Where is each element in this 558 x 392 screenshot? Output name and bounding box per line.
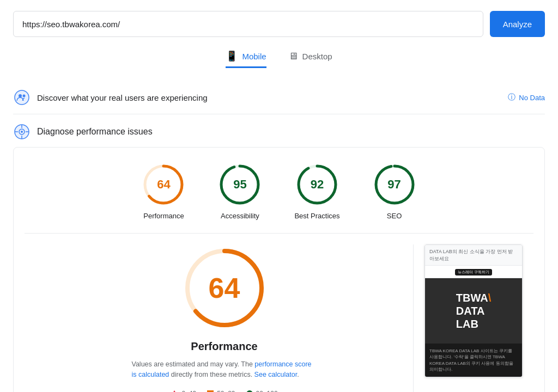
score-label-best-practices: Best Practices [294, 212, 339, 220]
analyze-button[interactable]: Analyze [490, 11, 545, 37]
average-icon [207, 390, 214, 393]
scores-row: 64 Performance 95 Accessibility [25, 163, 533, 234]
legend-average-label: 50–89 [217, 390, 235, 393]
score-description: Values are estimated and may vary. The p… [132, 359, 317, 380]
score-circle-accessibility: 95 [218, 163, 262, 206]
url-input[interactable]: https://seo.tbwakorea.com/ [13, 11, 483, 37]
thumb-cookie-btn[interactable]: 뉴스레터 구독하기 [455, 269, 492, 275]
svg-point-1 [19, 94, 22, 97]
thumb-cookie-bar: 뉴스레터 구독하기 [425, 266, 522, 278]
score-number-seo: 97 [387, 177, 401, 192]
legend-average: 50–89 [207, 390, 235, 393]
legend-pass: 90–100 [246, 390, 278, 393]
big-score-number: 64 [209, 272, 240, 304]
score-card: 64 Performance 95 Accessibility [13, 147, 545, 392]
logo-line3: LAB [456, 317, 491, 330]
tab-mobile-label: Mobile [242, 52, 266, 61]
calculator-link[interactable]: See calculator [254, 371, 298, 378]
thumb-header: DATA LAB의 최신 소식을 가장 먼저 받아보세요 [425, 245, 522, 266]
real-users-left: Discover what your real users are experi… [13, 89, 208, 106]
tab-desktop[interactable]: 🖥 Desktop [288, 50, 332, 68]
big-score-circle: 64 [181, 244, 268, 332]
mobile-icon: 📱 [226, 50, 238, 62]
no-data-link[interactable]: ⓘ No Data [508, 93, 545, 102]
tab-desktop-label: Desktop [302, 52, 332, 61]
big-score-title: Performance [191, 340, 257, 353]
users-icon [13, 89, 31, 106]
real-users-title: Discover what your real users are experi… [37, 93, 208, 102]
score-label-accessibility: Accessibility [221, 212, 259, 220]
legend-row: 0–49 50–89 90–100 [171, 390, 277, 393]
svg-point-5 [21, 131, 23, 133]
score-number-accessibility: 95 [233, 177, 246, 192]
diagnose-icon [13, 123, 31, 140]
score-item-performance[interactable]: 64 Performance [142, 163, 185, 220]
thumb-logo: TBWA\ DATA LAB [456, 291, 491, 330]
score-item-accessibility[interactable]: 95 Accessibility [218, 163, 262, 220]
tabs-row: 📱 Mobile 🖥 Desktop [13, 50, 545, 68]
score-number-best-practices: 92 [311, 177, 324, 192]
logo-line2: DATA [456, 304, 491, 317]
detail-section: 64 Performance Values are estimated and … [25, 234, 533, 392]
score-circle-performance: 64 [142, 163, 185, 206]
desc-end: . [297, 371, 299, 378]
legend-pass-label: 90–100 [256, 390, 278, 393]
desc-start: Values are estimated and may vary. The [132, 360, 255, 368]
diagnose-section-header: Diagnose performance issues [13, 114, 545, 147]
desc-middle: directly from these metrics. [169, 371, 254, 378]
site-thumbnail: DATA LAB의 최신 소식을 가장 먼저 받아보세요 뉴스레터 구독하기 T… [424, 244, 523, 377]
desktop-icon: 🖥 [288, 51, 298, 62]
tab-mobile[interactable]: 📱 Mobile [226, 50, 266, 68]
detail-right: DATA LAB의 최신 소식을 가장 먼저 받아보세요 뉴스레터 구독하기 T… [414, 244, 533, 392]
no-data-info-icon: ⓘ [508, 93, 515, 102]
score-item-best-practices[interactable]: 92 Best Practices [294, 163, 339, 220]
legend-fail-label: 0–49 [181, 390, 196, 393]
score-circle-seo: 97 [373, 163, 416, 206]
score-number-performance: 64 [157, 177, 170, 192]
pass-icon [246, 390, 253, 393]
real-users-section: Discover what your real users are experi… [13, 81, 545, 114]
no-data-label: No Data [519, 94, 545, 102]
logo-line1: TBWA\ [456, 291, 491, 304]
svg-point-2 [23, 95, 26, 97]
diagnose-title: Diagnose performance issues [37, 127, 153, 137]
thumb-body: TBWA\ DATA LAB [425, 278, 522, 344]
score-item-seo[interactable]: 97 SEO [373, 163, 416, 220]
legend-fail: 0–49 [171, 390, 196, 393]
score-label-performance: Performance [143, 212, 184, 220]
fail-icon [171, 390, 178, 393]
score-circle-best-practices: 92 [295, 163, 339, 206]
url-bar-row: https://seo.tbwakorea.com/ Analyze [13, 11, 545, 37]
score-label-seo: SEO [387, 212, 402, 220]
detail-left: 64 Performance Values are estimated and … [25, 244, 414, 392]
thumb-footer: TBWA KOREA DATA LAB 사이트는 쿠키를 사용합니다. '수락'… [425, 344, 522, 377]
